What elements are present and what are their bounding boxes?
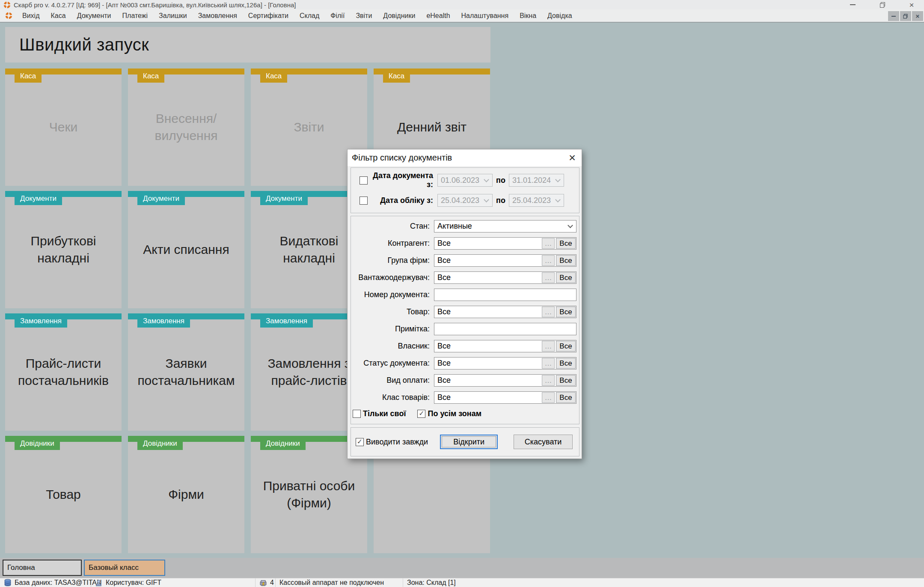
always-show-label: Виводити завжди (366, 438, 428, 447)
quick-launch-tile[interactable]: Каса Чеки (5, 69, 122, 186)
status-text: Зона: Склад [1] (407, 579, 456, 587)
all-button[interactable]: Все (556, 255, 576, 266)
menu-item[interactable]: eHealth (421, 12, 455, 20)
menu-item[interactable]: Сертифікати (243, 12, 294, 20)
ellipsis-button[interactable]: … (542, 341, 555, 352)
text-input[interactable] (434, 323, 576, 335)
state-select[interactable]: Активные (434, 220, 576, 232)
field-label: Вантажоодержувач: (351, 273, 434, 282)
date-to-select[interactable]: 31.01.2024 (509, 174, 564, 187)
open-button[interactable]: Відкрити (440, 435, 498, 449)
field-control: Активные (434, 220, 576, 232)
menu-item[interactable]: Вікна (514, 12, 542, 20)
option-checkbox[interactable] (353, 410, 361, 418)
restore-button[interactable] (878, 0, 887, 9)
lookup-field: Все…Все (434, 340, 576, 352)
lookup-value-input[interactable]: Все (435, 392, 542, 403)
filter-field-row: Товар: Все…Все (351, 306, 579, 318)
status-segment: База даних: TASA3@TITAN (0, 578, 91, 587)
filter-field-row: Стан: Активные (351, 220, 579, 232)
quick-launch-tile[interactable]: Каса Внесення/вилучення (128, 69, 244, 186)
menu-item[interactable]: Залишки (153, 12, 193, 20)
filter-dialog: Фільтр списку документів ✕ Дата документ… (347, 149, 582, 459)
option-checkbox[interactable] (417, 410, 425, 418)
filter-field-row: Вантажоодержувач: Все…Все (351, 271, 579, 284)
date-filter-checkbox[interactable] (359, 197, 368, 205)
all-button[interactable]: Все (556, 238, 576, 249)
menu-item[interactable]: Налаштування (456, 12, 514, 20)
date-to-label: по (496, 176, 505, 185)
lookup-field: Все…Все (434, 254, 576, 267)
menu-bar-items: ВихідКасаДокументиПлатежіЗалишкиЗамовлен… (17, 12, 578, 20)
cancel-button[interactable]: Скасувати (514, 435, 573, 449)
status-text: База даних: TASA3@TITAN (15, 579, 102, 587)
mdi-restore-button[interactable] (900, 11, 911, 21)
filter-field-row: Група фірм: Все…Все (351, 254, 579, 267)
all-button[interactable]: Все (556, 392, 576, 403)
all-button[interactable]: Все (556, 307, 576, 317)
text-input[interactable] (434, 289, 576, 301)
lookup-value-input[interactable]: Все (435, 375, 542, 386)
ellipsis-button[interactable]: … (542, 392, 555, 403)
menu-item[interactable]: Каса (45, 12, 71, 20)
mdi-minimize-button[interactable] (888, 11, 899, 21)
menu-item[interactable]: Документи (71, 12, 117, 20)
lookup-field: Все…Все (434, 237, 576, 250)
field-control: Все…Все (434, 254, 576, 267)
all-button[interactable]: Все (556, 375, 576, 386)
lookup-field: Все…Все (434, 391, 576, 404)
lookup-value-input[interactable]: Все (435, 272, 542, 283)
field-control: Все…Все (434, 340, 576, 352)
all-button[interactable]: Все (556, 272, 576, 283)
close-button[interactable]: × (907, 0, 916, 9)
quick-launch-tile[interactable]: Замовлення Заявки постачальникам (128, 313, 244, 431)
date-from-select[interactable]: 01.06.2023 (437, 174, 493, 187)
menu-item[interactable]: Довідка (542, 12, 578, 20)
field-control: Все…Все (434, 391, 576, 404)
lookup-value-input[interactable]: Все (435, 255, 542, 266)
minimize-button[interactable] (848, 0, 857, 9)
chevron-down-icon (484, 177, 489, 182)
mdi-close-button[interactable]: × (912, 11, 923, 21)
quick-launch-tile[interactable]: Документи Акти списання (128, 191, 244, 308)
tab-bazovyi-klass[interactable]: Базовый класс (84, 560, 165, 576)
field-control: Все…Все (434, 374, 576, 387)
status-text: Кассовый аппарат не подключен (279, 579, 384, 587)
date-from-select[interactable]: 25.04.2023 (437, 194, 493, 207)
quick-launch-tile[interactable]: Довідники Фірми (128, 436, 244, 553)
menu-item[interactable]: Склад (294, 12, 325, 20)
date-to-select[interactable]: 25.04.2023 (509, 194, 564, 207)
quick-launch-tile[interactable]: Довідники Товар (5, 436, 122, 553)
menu-item[interactable]: Філії (325, 12, 350, 20)
menu-item[interactable]: Платежі (117, 12, 154, 20)
mdi-canvas: Швидкий запуск Каса Чеки Каса Внесення/в… (0, 24, 924, 558)
bottom-tab-strip: Головна Базовый класс (0, 558, 924, 578)
tab-holovna[interactable]: Головна (3, 560, 82, 576)
field-label: Контрагент: (351, 239, 434, 248)
tile-label: Товар (5, 436, 122, 553)
ellipsis-button[interactable]: … (542, 272, 555, 283)
quick-launch-tile[interactable]: Замовлення Прайс-листи постачальників (5, 313, 122, 431)
all-button[interactable]: Все (556, 358, 576, 369)
lookup-value-input[interactable]: Все (435, 307, 542, 317)
option-checkbox-group: По усім зонам (417, 409, 481, 418)
ellipsis-button[interactable]: … (542, 238, 555, 249)
menu-item[interactable]: Замовлення (193, 12, 243, 20)
lookup-value-input[interactable]: Все (435, 341, 542, 352)
ellipsis-button[interactable]: … (542, 307, 555, 317)
ellipsis-button[interactable]: … (542, 375, 555, 386)
menu-item[interactable]: Вихід (17, 12, 45, 20)
lookup-value-input[interactable]: Все (435, 358, 542, 369)
lookup-value-input[interactable]: Все (435, 238, 542, 249)
menu-item[interactable]: Довідники (377, 12, 421, 20)
quick-launch-tile[interactable]: Документи Прибуткові накладні (5, 191, 122, 308)
always-show-checkbox[interactable] (356, 438, 364, 446)
ellipsis-button[interactable]: … (542, 358, 555, 369)
all-button[interactable]: Все (556, 341, 576, 352)
ellipsis-button[interactable]: … (542, 255, 555, 266)
menu-item[interactable]: Звіти (350, 12, 377, 20)
date-filter-label: Дата обліку з: (368, 196, 437, 205)
date-filter-checkbox[interactable] (359, 176, 368, 185)
dialog-close-button[interactable]: ✕ (563, 149, 582, 166)
field-label: Статус документа: (351, 359, 434, 368)
